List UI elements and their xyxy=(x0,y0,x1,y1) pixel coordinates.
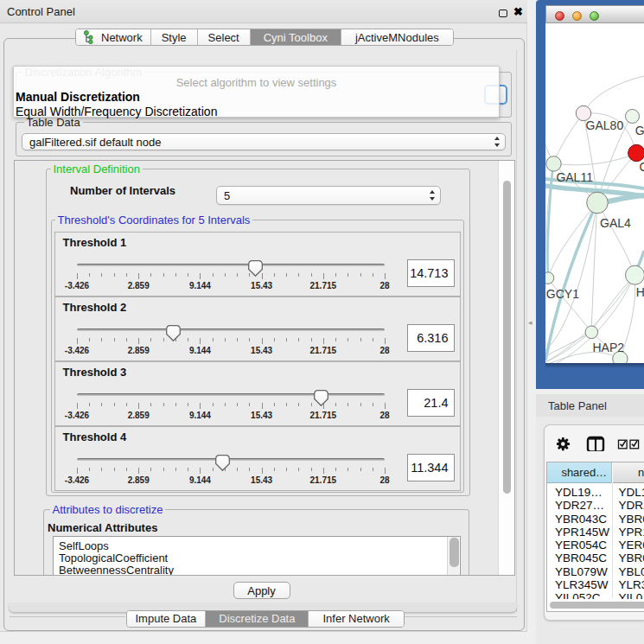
svg-text:GAL80: GAL80 xyxy=(586,118,624,132)
svg-text:GA: GA xyxy=(635,124,644,137)
svg-text:HAP2: HAP2 xyxy=(593,341,625,354)
svg-text:GCY1: GCY1 xyxy=(546,287,579,301)
svg-text:GAL4: GAL4 xyxy=(600,216,631,230)
svg-text:GAL11: GAL11 xyxy=(556,170,593,184)
svg-text:CY: CY xyxy=(640,160,644,174)
svg-text:H: H xyxy=(636,285,644,299)
